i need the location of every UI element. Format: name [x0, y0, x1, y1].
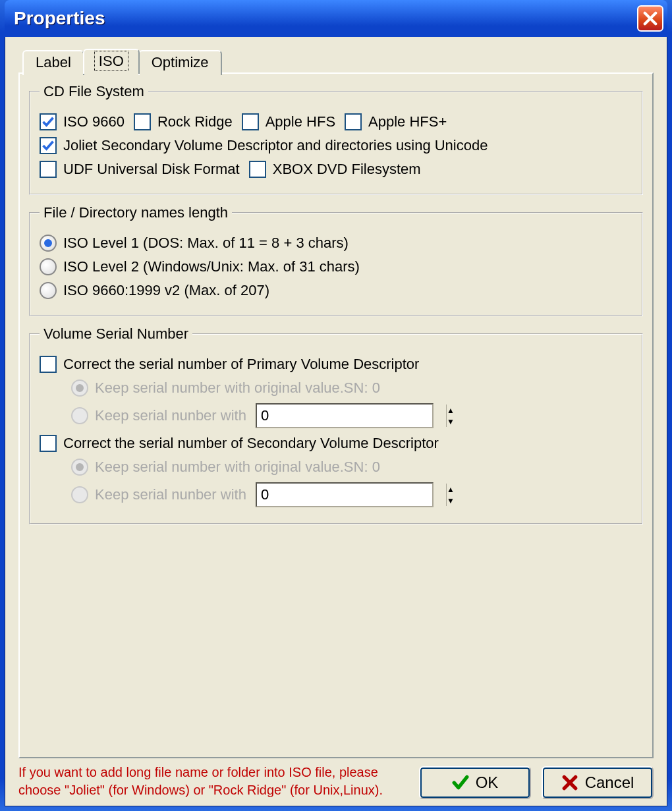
radio-secondary-keep-with: Keep serial nunber with — [71, 486, 246, 503]
group-names-legend: File / Directory names length — [40, 204, 232, 221]
tab-bar: Label ISO Optimize — [22, 49, 654, 74]
checkbox-icon — [40, 137, 57, 154]
checkbox-icon — [40, 113, 57, 130]
spin-secondary-sn[interactable]: ▲ ▼ — [256, 482, 434, 507]
checkbox-icon — [249, 161, 266, 178]
group-filesystem-legend: CD File System — [40, 83, 148, 100]
checkbox-icon — [40, 435, 57, 452]
titlebar[interactable]: Properties — [5, 0, 667, 37]
radio-level2[interactable]: ISO Level 2 (Windows/Unix: Max. of 31 ch… — [40, 258, 360, 275]
check-iso9660[interactable]: ISO 9660 — [40, 113, 125, 130]
group-vsn-legend: Volume Serial Number — [40, 325, 192, 343]
spin-primary-input[interactable] — [257, 405, 446, 427]
radio-iso1999[interactable]: ISO 9660:1999 v2 (Max. of 207) — [40, 282, 269, 299]
cancel-button[interactable]: Cancel — [542, 766, 654, 799]
radio-icon — [40, 258, 57, 275]
check-correct-primary[interactable]: Correct the serial number of Primary Vol… — [40, 356, 419, 373]
tab-iso[interactable]: ISO — [83, 49, 140, 74]
group-vsn: Volume Serial Number Correct the serial … — [29, 325, 643, 524]
check-applehfs[interactable]: Apple HFS — [242, 113, 335, 130]
check-xbox[interactable]: XBOX DVD Filesystem — [249, 161, 421, 178]
spin-down-icon[interactable]: ▼ — [447, 416, 455, 427]
spin-primary-sn[interactable]: ▲ ▼ — [256, 403, 434, 428]
spin-secondary-input[interactable] — [257, 484, 446, 506]
radio-icon — [71, 459, 88, 476]
close-icon — [643, 11, 658, 26]
tab-label[interactable]: Label — [22, 50, 84, 75]
radio-icon — [40, 282, 57, 299]
radio-icon — [40, 235, 57, 252]
window: Properties Label ISO Optimize CD File Sy… — [0, 0, 672, 811]
radio-level1[interactable]: ISO Level 1 (DOS: Max. of 11 = 8 + 3 cha… — [40, 235, 349, 252]
check-udf[interactable]: UDF Universal Disk Format — [40, 161, 240, 178]
close-button[interactable] — [637, 5, 663, 32]
radio-secondary-keep-original: Keep serial number with original value.S… — [71, 459, 380, 476]
client-area: Label ISO Optimize CD File System ISO 96… — [5, 37, 667, 806]
radio-icon — [71, 486, 88, 503]
check-rockridge[interactable]: Rock Ridge — [134, 113, 233, 130]
group-names: File / Directory names length ISO Level … — [29, 204, 643, 316]
spin-down-icon[interactable]: ▼ — [447, 495, 455, 506]
radio-primary-keep-original: Keep serial number with original value.S… — [71, 379, 380, 397]
tab-panel-iso: CD File System ISO 9660 Rock Ridge Apple… — [18, 72, 654, 758]
checkbox-icon — [134, 113, 151, 130]
footer: If you want to add long file name or fol… — [18, 764, 654, 799]
hint-text: If you want to add long file name or fol… — [18, 764, 408, 799]
radio-primary-keep-with: Keep serial nunber with — [71, 407, 246, 424]
check-applehfsplus[interactable]: Apple HFS+ — [345, 113, 447, 130]
window-title: Properties — [14, 8, 637, 29]
check-joliet[interactable]: Joliet Secondary Volume Descriptor and d… — [40, 137, 488, 154]
radio-icon — [71, 407, 88, 424]
group-filesystem: CD File System ISO 9660 Rock Ridge Apple… — [29, 83, 643, 195]
checkbox-icon — [40, 356, 57, 373]
checkbox-icon — [345, 113, 362, 130]
checkbox-icon — [242, 113, 259, 130]
cross-icon — [561, 774, 578, 791]
ok-button[interactable]: OK — [419, 766, 531, 799]
check-correct-secondary[interactable]: Correct the serial number of Secondary V… — [40, 435, 439, 452]
tab-optimize[interactable]: Optimize — [138, 50, 222, 75]
spin-up-icon[interactable]: ▲ — [447, 405, 455, 416]
checkbox-icon — [40, 161, 57, 178]
spin-up-icon[interactable]: ▲ — [447, 484, 455, 495]
check-icon — [452, 774, 469, 791]
radio-icon — [71, 379, 88, 397]
